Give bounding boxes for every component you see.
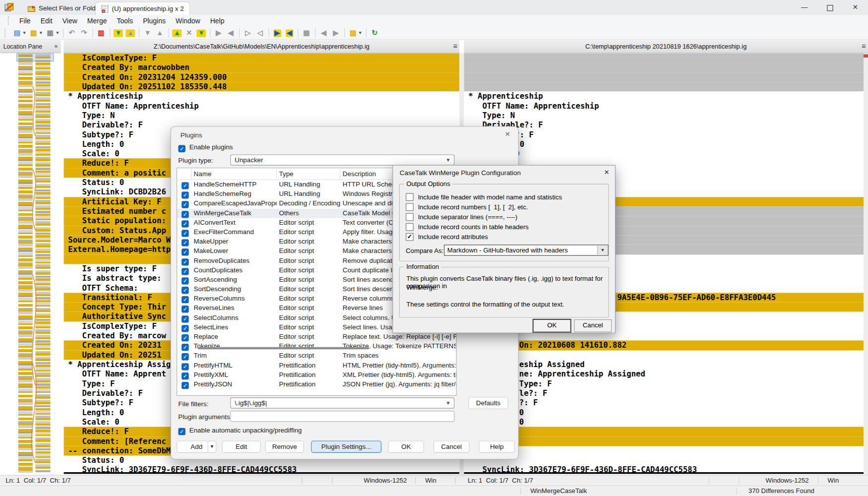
plugin-enabled-checkbox[interactable]: ✓: [182, 239, 189, 247]
file-filters-input[interactable]: \.ig$|\.igg$|▼: [230, 397, 454, 408]
plugin-type-dropdown[interactable]: Unpacker▼: [230, 154, 454, 165]
plugins-dialog-close-icon[interactable]: ✕: [505, 130, 510, 138]
plugin-arguments-input[interactable]: [230, 411, 454, 422]
close-button[interactable]: ✕: [843, 0, 868, 15]
menu-help[interactable]: Help: [205, 16, 230, 26]
location-pane[interactable]: [0, 53, 63, 475]
copy-all-left-icon[interactable]: ◀: [283, 27, 296, 38]
menu-tools[interactable]: Tools: [112, 16, 138, 26]
plugin-enabled-checkbox[interactable]: ✓: [182, 230, 189, 237]
first-diff-icon[interactable]: ▲: [171, 27, 184, 38]
plugin-enabled-checkbox[interactable]: ✓: [182, 372, 189, 380]
plugin-enabled-checkbox[interactable]: ✓: [182, 287, 189, 294]
copy-right-advance-icon[interactable]: ▷: [242, 27, 254, 38]
copy-right-icon[interactable]: ▶: [212, 27, 225, 38]
option-checkbox[interactable]: [406, 223, 414, 231]
plugin-enabled-checkbox[interactable]: ✓: [182, 268, 189, 275]
save-icon[interactable]: ▦: [44, 27, 57, 38]
plugin-row-replace[interactable]: ✓ReplaceEditor scriptReplace text. Usage…: [177, 332, 456, 342]
plugin-row-prettifyhtml[interactable]: ✓PrettifyHTMLPrettificationHTML Prettier…: [177, 361, 456, 370]
left-header-menu-icon[interactable]: ≡: [453, 40, 457, 53]
column-type[interactable]: Type: [277, 168, 340, 179]
copy-left-advance-icon[interactable]: ◁: [254, 27, 266, 38]
plugin-enabled-checkbox[interactable]: ✓: [182, 382, 189, 389]
diff-up-icon[interactable]: ▲: [154, 27, 166, 38]
filter-icon[interactable]: ▨: [347, 27, 360, 38]
plugins-help-button[interactable]: Help: [479, 440, 515, 453]
view-split-icon[interactable]: ▥: [95, 27, 108, 38]
refresh-icon[interactable]: ↻: [369, 27, 381, 38]
prev-file-icon[interactable]: ◀: [317, 27, 330, 38]
casetalk-cancel-button[interactable]: Cancel: [574, 319, 612, 332]
plugin-enabled-checkbox[interactable]: ✓: [182, 191, 189, 199]
option-checkbox[interactable]: [406, 193, 414, 201]
save-dropdown-icon[interactable]: ▼: [55, 30, 60, 35]
option-checkbox[interactable]: [406, 203, 414, 211]
edit-button[interactable]: Edit: [222, 440, 261, 453]
plugin-enabled-checkbox[interactable]: ✓: [182, 363, 189, 371]
menu-view[interactable]: View: [58, 16, 82, 26]
open-folder-dropdown-icon[interactable]: ▼: [39, 30, 43, 35]
copy-left-icon[interactable]: ◀: [225, 27, 237, 38]
plugin-enabled-checkbox[interactable]: ✓: [182, 277, 189, 285]
filter-dropdown-icon[interactable]: ▼: [358, 30, 363, 35]
menu-window[interactable]: Window: [171, 16, 205, 26]
next-file-icon[interactable]: ▶: [330, 27, 342, 38]
minimize-button[interactable]: —: [792, 0, 817, 15]
plugin-row-trim[interactable]: ✓TrimEditor scriptTrim spaces: [177, 351, 456, 361]
plugin-enabled-checkbox[interactable]: ✓: [182, 258, 189, 266]
add-button[interactable]: Add▼: [177, 440, 216, 453]
last-diff-icon[interactable]: ▼: [195, 27, 208, 38]
plugins-ok-button[interactable]: OK: [388, 440, 424, 453]
option-checkbox[interactable]: ✓: [406, 233, 414, 241]
undo-icon[interactable]: ↶: [66, 27, 78, 38]
plugin-enabled-checkbox[interactable]: ✓: [182, 248, 189, 256]
plugins-cancel-button[interactable]: Cancel: [434, 440, 470, 453]
add-dropdown-icon[interactable]: ▼: [208, 441, 216, 452]
defaults-button[interactable]: Defaults: [468, 397, 508, 409]
plugin-enabled-checkbox[interactable]: ✓: [182, 334, 189, 342]
option-checkbox[interactable]: [406, 213, 414, 221]
menu-file[interactable]: File: [14, 16, 36, 26]
plugin-enabled-checkbox[interactable]: ✓: [182, 353, 189, 361]
redo-icon[interactable]: ↷: [78, 27, 90, 38]
casetalk-dialog-close-icon[interactable]: ✕: [604, 168, 610, 176]
enable-plugins-checkbox[interactable]: ✓: [178, 145, 186, 152]
plugin-enabled-checkbox[interactable]: ✓: [182, 220, 189, 228]
compare-method-icon[interactable]: ▦: [301, 27, 313, 38]
plugin-list-hscrollbar[interactable]: [197, 347, 369, 349]
plugin-enabled-checkbox[interactable]: ✓: [182, 211, 189, 218]
location-pane-viewport[interactable]: [16, 53, 54, 62]
plugin-enabled-checkbox[interactable]: ✓: [182, 344, 189, 351]
menu-plugins[interactable]: Plugins: [138, 16, 171, 26]
plugin-enabled-checkbox[interactable]: ✓: [182, 201, 189, 209]
new-file-dropdown-icon[interactable]: ▼: [22, 30, 27, 35]
plugin-enabled-checkbox[interactable]: ✓: [182, 306, 189, 313]
new-file-icon[interactable]: ▤: [11, 27, 23, 38]
select-diff-icon[interactable]: ✕: [183, 27, 195, 38]
auto-unpacking-checkbox[interactable]: ✓: [178, 428, 186, 435]
open-folder-icon[interactable]: ▧: [28, 27, 40, 38]
vertical-scrollbar[interactable]: [864, 53, 868, 475]
prev-diff-icon[interactable]: ▲: [124, 27, 137, 38]
plugin-enabled-checkbox[interactable]: ✓: [182, 182, 189, 189]
plugin-enabled-checkbox[interactable]: ✓: [182, 325, 189, 332]
location-pane-close-icon[interactable]: ✕: [54, 40, 58, 53]
next-diff-icon[interactable]: ▼: [112, 27, 124, 38]
menu-merge[interactable]: Merge: [82, 16, 112, 26]
column-name[interactable]: Name: [191, 168, 277, 179]
plugin-enabled-checkbox[interactable]: ✓: [182, 296, 189, 304]
plugin-row-prettifyjson[interactable]: ✓PrettifyJSONPrettificationJSON Prettier…: [177, 380, 456, 389]
diff-down-icon[interactable]: ▼: [141, 27, 154, 38]
plugin-row-prettifyxml[interactable]: ✓PrettifyXMLPrettificationXML Prettier (…: [177, 370, 456, 379]
copy-all-right-icon[interactable]: ▶: [271, 27, 284, 38]
maximize-button[interactable]: [817, 0, 842, 15]
menu-edit[interactable]: Edit: [36, 16, 58, 26]
compare-as-dropdown[interactable]: Markdown - GitHub-flavored with headers …: [444, 245, 608, 255]
plugin-settings-button[interactable]: Plugin Settings...: [311, 440, 381, 453]
tab-file-compare[interactable]: (U) apprenticeship.ig x 2: [95, 1, 190, 15]
right-header-menu-icon[interactable]: ≡: [862, 40, 866, 53]
plugin-enabled-checkbox[interactable]: ✓: [182, 315, 189, 323]
remove-button[interactable]: Remove: [265, 440, 304, 453]
plugin-row-tokenize[interactable]: ✓TokenizeEditor scriptTokenize. Usage: T…: [177, 342, 456, 351]
